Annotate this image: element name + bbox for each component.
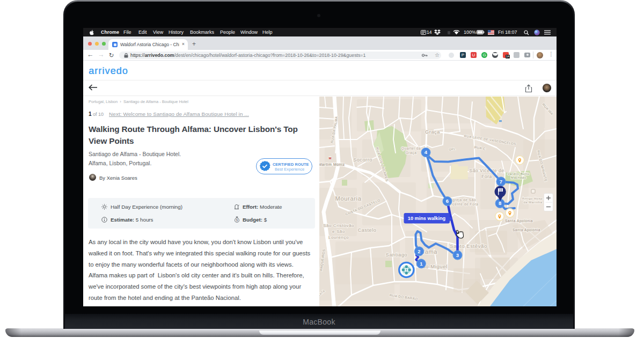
svg-text:São Cristóvão: São Cristóvão [323,223,354,228]
svg-text:Graça: Graça [405,151,416,155]
svg-text:$: $ [236,218,238,222]
svg-text:8: 8 [498,200,501,206]
svg-text:Santo Estêvão: Santo Estêvão [450,243,487,249]
svg-text:6: 6 [445,198,448,204]
svg-text:M: M [328,157,331,160]
svg-text:10 mins walking: 10 mins walking [407,216,445,221]
svg-text:3: 3 [456,252,458,258]
svg-text:Santa Apolónia: Santa Apolónia [512,228,540,232]
svg-text:Igreja de São: Igreja de São [451,198,475,202]
svg-text:Jardim Botto: Jardim Botto [508,172,530,175]
svg-text:4: 4 [424,149,427,155]
svg-text:Socorro: Socorro [353,157,372,163]
svg-text:2: 2 [418,248,420,254]
svg-text:7: 7 [499,179,502,185]
svg-text:Fora: Fora [481,174,492,179]
svg-text:Lourenço: Lourenço [328,235,348,240]
svg-text:São Vicente de: São Vicente de [469,168,504,173]
svg-text:Machado: Machado [511,176,526,179]
svg-text:Mouraria: Mouraria [335,195,361,202]
svg-text:Santiago: Santiago [385,252,407,258]
svg-text:Santa Apolónia: Santa Apolónia [504,219,532,223]
svg-text:Graça: Graça [425,129,440,135]
svg-text:Antigo Hosp.: Antigo Hosp. [522,197,543,200]
svg-text:1: 1 [420,261,423,267]
svg-text:Vicente de Fora: Vicente de Fora [449,202,478,206]
svg-text:Martim Moniz: Martim Moniz [319,163,345,166]
svg-text:Castelo: Castelo [357,227,376,233]
svg-text:e São: e São [332,229,345,234]
svg-text:da Marinha: da Marinha [523,201,542,204]
